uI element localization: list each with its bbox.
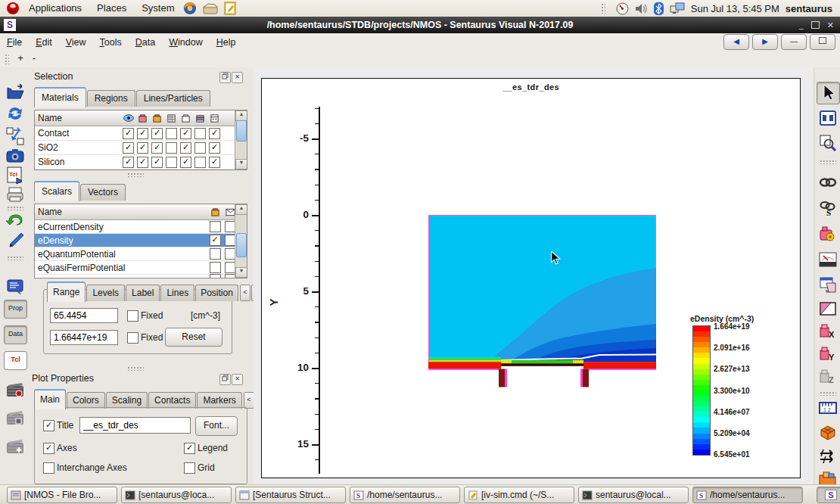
movie-record-icon[interactable] xyxy=(6,381,24,400)
tab-label[interactable]: Label xyxy=(126,285,160,301)
cut-y-icon[interactable]: Y xyxy=(819,346,837,364)
checkbox[interactable] xyxy=(209,157,220,168)
materials-scrollbar[interactable]: ▲▼ xyxy=(235,110,247,170)
menu-system[interactable]: System xyxy=(134,0,182,17)
minimize-button[interactable]: _ xyxy=(799,20,804,30)
movie-add-icon[interactable] xyxy=(6,438,24,456)
checkbox[interactable] xyxy=(123,157,134,168)
reload-icon[interactable] xyxy=(6,104,24,123)
mesh-column-icon[interactable] xyxy=(164,114,179,123)
axes-checkbox[interactable] xyxy=(43,443,54,454)
tab-colors[interactable]: Colors xyxy=(67,392,105,409)
checkbox[interactable] xyxy=(180,128,191,139)
checkbox[interactable] xyxy=(151,128,163,139)
checkbox[interactable] xyxy=(194,128,206,139)
scalar-row-selected[interactable]: eDensity xyxy=(35,234,247,247)
tabs-scroll-left[interactable]: < xyxy=(240,285,250,301)
network-monitors-icon[interactable] xyxy=(670,2,685,14)
task-file-browser[interactable]: [NMOS - File Bro... xyxy=(7,487,117,503)
title-checkbox[interactable] xyxy=(43,420,54,431)
scalar-row[interactable]: eCurrentDensity xyxy=(35,220,247,234)
collapse-button[interactable]: — xyxy=(781,34,807,50)
checkbox[interactable] xyxy=(137,128,148,139)
range-min-fixed-checkbox[interactable] xyxy=(127,310,138,322)
pink-fill-column-icon[interactable] xyxy=(135,114,150,123)
tab-markers[interactable]: Markers xyxy=(197,392,241,409)
print-icon[interactable] xyxy=(6,186,24,204)
checkbox[interactable] xyxy=(194,142,206,154)
tab-regions[interactable]: Regions xyxy=(87,90,135,107)
menu-edit[interactable]: Edit xyxy=(29,37,59,48)
checkbox[interactable] xyxy=(210,274,221,279)
font-button[interactable]: Font... xyxy=(195,416,238,436)
swap-datasets-icon[interactable] xyxy=(6,127,24,145)
scalar-row[interactable]: eQuasiFermiPotential xyxy=(35,261,247,275)
export-settings-icon[interactable] xyxy=(819,225,837,243)
material-row-sio2[interactable]: SiO2 xyxy=(35,141,247,155)
reset-view-icon[interactable] xyxy=(819,109,837,127)
menu-file[interactable]: File xyxy=(0,37,29,48)
orange-fill-column-icon[interactable] xyxy=(150,114,164,123)
tab-lines-particles[interactable]: Lines/Particles xyxy=(136,90,210,107)
streamlines-icon[interactable] xyxy=(819,447,837,465)
device-cross-section[interactable] xyxy=(428,215,656,389)
properties-monitor-icon[interactable] xyxy=(6,278,24,297)
restore-layout-button[interactable] xyxy=(810,34,835,50)
movie-stop-icon[interactable] xyxy=(6,409,24,428)
legend-checkbox[interactable] xyxy=(184,443,195,454)
checkbox[interactable] xyxy=(180,142,191,154)
task-mini-sentaurus[interactable]: S xyxy=(817,487,840,503)
data-panel-button[interactable]: Data xyxy=(4,325,27,344)
tab-scaling[interactable]: Scaling xyxy=(106,392,148,409)
tabs-scroll-left[interactable]: < xyxy=(244,392,254,409)
selection-float-button[interactable] xyxy=(219,72,231,83)
tab-position[interactable]: Position xyxy=(195,285,238,301)
checkbox[interactable] xyxy=(137,142,148,154)
performance-gauge-icon[interactable] xyxy=(819,250,837,269)
interchange-axes-checkbox[interactable] xyxy=(43,462,54,474)
plot-properties-float-button[interactable] xyxy=(219,374,231,385)
tcl-script-icon[interactable]: Tcl xyxy=(6,166,24,185)
menu-places[interactable]: Places xyxy=(89,0,134,17)
menu-tools[interactable]: Tools xyxy=(93,37,129,48)
plot-canvas[interactable]: __es_tdr_des Y -5 0 5 10 15 xyxy=(261,78,801,478)
zoom-out-button[interactable]: - xyxy=(27,52,41,66)
material-row-contact[interactable]: Contact xyxy=(35,126,247,141)
checkbox[interactable] xyxy=(209,128,220,139)
slices-column-icon[interactable] xyxy=(193,114,207,123)
tab-levels[interactable]: Levels xyxy=(86,285,125,301)
open-file-icon[interactable] xyxy=(6,83,24,101)
undo-icon[interactable] xyxy=(6,210,24,229)
checkbox[interactable] xyxy=(166,128,177,139)
cut-x-icon[interactable]: X xyxy=(819,323,837,341)
zoom-region-icon[interactable] xyxy=(819,134,837,152)
menu-data[interactable]: Data xyxy=(129,37,162,48)
checkbox[interactable] xyxy=(210,248,221,260)
snapshot-icon[interactable] xyxy=(6,147,24,165)
grid-checkbox[interactable] xyxy=(184,462,195,474)
toolbar-handle[interactable] xyxy=(5,54,9,64)
materials-name-header[interactable]: Name xyxy=(35,113,121,123)
task-terminal-1[interactable]: [sentaurus@loca... xyxy=(121,487,232,503)
nav-forward-button[interactable]: ▶ xyxy=(752,34,778,50)
task-editor[interactable]: [iv-sim.cmd (~/S... xyxy=(464,487,574,503)
distro-logo-icon[interactable] xyxy=(6,2,20,15)
link-views-icon[interactable] xyxy=(819,173,837,191)
tab-main[interactable]: Main xyxy=(34,389,66,409)
close-button[interactable]: ✕ xyxy=(827,20,834,30)
bluetooth-icon[interactable] xyxy=(654,2,664,15)
plot-title-input[interactable] xyxy=(79,417,191,434)
checkbox[interactable] xyxy=(151,142,163,154)
plot-properties-close-button[interactable]: ✕ xyxy=(232,374,243,385)
annotate-pen-icon[interactable] xyxy=(6,232,24,250)
unlink-views-icon[interactable]: S xyxy=(819,199,837,217)
values-column-icon[interactable] xyxy=(207,114,222,123)
visibility-column-icon[interactable] xyxy=(121,114,135,122)
task-sentaurus-structure[interactable]: [Sentaurus Struct... xyxy=(235,487,346,503)
prop-panel-button[interactable]: Prop xyxy=(4,300,27,319)
tab-vectors[interactable]: Vectors xyxy=(80,184,126,201)
panel-splitter[interactable] xyxy=(127,173,144,177)
range-max-fixed-checkbox[interactable] xyxy=(127,332,138,344)
checkbox[interactable] xyxy=(137,157,148,168)
task-sentaurus-visual-1[interactable]: S /home/sentaurus... xyxy=(350,487,460,503)
